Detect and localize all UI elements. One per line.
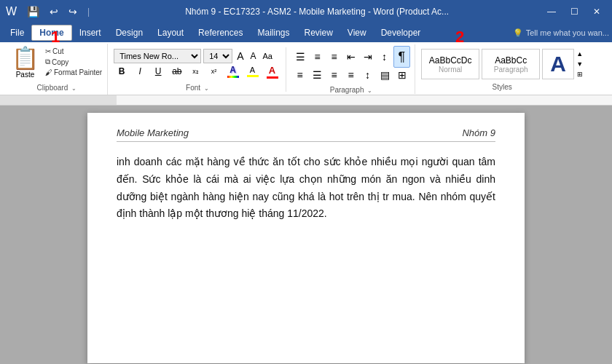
document-area: Mobile Marketing Nhóm 9 inh doanh các mặ…	[0, 106, 612, 364]
tell-me-text: Tell me what you wan...	[526, 28, 609, 37]
cut-button[interactable]: ✂ Cut	[43, 47, 104, 56]
para-row-1: ☰ ≡ ≡ ⇤ ⇥ ↕ ¶	[292, 46, 411, 68]
heading-large-text: A	[550, 52, 566, 76]
borders-button[interactable]: ⊞	[394, 68, 410, 82]
font-size-select[interactable]: 14	[203, 49, 232, 63]
menu-layout[interactable]: Layout	[150, 25, 191, 40]
paragraph-expand-icon[interactable]: ⌄	[367, 87, 372, 94]
styles-scroll-up[interactable]: ▲	[576, 50, 583, 58]
window-title: Nhóm 9 - EC17323 - ASM2 - Mobile Marketi…	[93, 7, 541, 17]
heading-large-style-button[interactable]: A	[542, 49, 574, 79]
menu-view[interactable]: View	[340, 25, 374, 40]
menu-review[interactable]: Review	[297, 25, 340, 40]
menu-file[interactable]: File	[3, 25, 31, 40]
header-left: Mobile Marketing	[117, 127, 189, 138]
cut-label: Cut	[52, 47, 64, 55]
document-body[interactable]: inh doanh các mặt hàng về thức ăn tốt ch…	[117, 154, 495, 223]
normal-style-button[interactable]: AaBbCcDc Normal	[421, 49, 479, 79]
menu-developer[interactable]: Developer	[374, 25, 428, 40]
ribbon: 📋 Paste ✂ Cut ⧉ Copy 🖌	[0, 42, 612, 95]
decrease-indent-button[interactable]: ⇤	[343, 50, 359, 64]
paste-icon: 📋	[12, 45, 39, 71]
scissors-icon: ✂	[45, 47, 51, 55]
ruler-left-margin	[0, 95, 117, 105]
strikethrough-button[interactable]: ab	[168, 65, 185, 78]
align-center-button[interactable]: ☰	[309, 68, 326, 82]
copy-button[interactable]: ⧉ Copy	[43, 57, 104, 67]
minimize-button[interactable]: —	[541, 5, 562, 18]
close-button[interactable]: ✕	[587, 5, 606, 18]
numbering-button[interactable]: ≡	[310, 50, 326, 64]
no-spacing-label: Paragraph	[494, 66, 528, 74]
copy-label: Copy	[52, 58, 68, 66]
font-row-1: Times New Ro... 14 A A Aa	[114, 49, 280, 63]
ribbon-row: 📋 Paste ✂ Cut ⧉ Copy 🖌	[0, 44, 612, 95]
increase-indent-button[interactable]: ⇥	[360, 50, 376, 64]
clipboard-label: Clipboard ⌄	[9, 80, 104, 93]
font-expand-icon[interactable]: ⌄	[204, 85, 209, 92]
change-case-button[interactable]: Aa	[261, 49, 275, 63]
redo-button[interactable]: ↪	[66, 4, 80, 19]
normal-style-text: AaBbCcDc	[429, 55, 472, 66]
title-bar: W 💾 ↩ ↪ | Nhóm 9 - EC17323 - ASM2 - Mobi…	[0, 0, 612, 23]
clipboard-expand-icon[interactable]: ⌄	[71, 85, 76, 92]
paste-button[interactable]: 📋 Paste	[9, 44, 42, 80]
underline-button[interactable]: U	[150, 65, 166, 78]
italic-button[interactable]: I	[132, 65, 148, 78]
save-button[interactable]: 💾	[24, 4, 42, 19]
subscript-button[interactable]: x₂	[188, 66, 204, 76]
show-hide-button[interactable]: ¶	[393, 46, 411, 68]
paragraph-group-label-row: Paragraph ⌄	[292, 82, 411, 92]
document-header: Mobile Marketing Nhóm 9	[117, 127, 495, 142]
styles-group-label: Styles	[493, 83, 512, 91]
highlight-bar	[247, 75, 259, 77]
text-effects-button[interactable]: A	[224, 63, 242, 79]
styles-scroll-down[interactable]: ▼	[576, 60, 583, 68]
justify-button[interactable]: ≡	[343, 68, 359, 82]
paragraph-group-label: Paragraph	[330, 86, 364, 94]
sort-button[interactable]: ↕	[377, 50, 393, 64]
tell-me-bar[interactable]: 💡 Tell me what you wan...	[513, 28, 609, 38]
align-right-button[interactable]: ≡	[326, 68, 342, 82]
bold-button[interactable]: B	[114, 65, 130, 78]
styles-more-button[interactable]: ⊞	[576, 71, 583, 78]
text-effects-label: A	[230, 65, 236, 75]
copy-icon: ⧉	[45, 58, 50, 66]
shading-button[interactable]: ▤	[377, 68, 393, 82]
separator: |	[87, 7, 90, 17]
styles-content: AaBbCcDc Normal AaBbCc Paragraph A ▲ ▼ ⊞	[421, 49, 583, 79]
line-spacing-button[interactable]: ↕	[360, 68, 376, 82]
painter-icon: 🖌	[45, 68, 52, 76]
menu-home[interactable]: Home	[31, 25, 71, 41]
font-color-label: A	[269, 65, 275, 76]
font-color-button[interactable]: A	[264, 63, 281, 80]
multilevel-button[interactable]: ≡	[326, 50, 342, 64]
grow-font-button[interactable]: A	[235, 49, 246, 63]
align-left-button[interactable]: ≡	[292, 68, 308, 82]
styles-group-label-row: Styles	[421, 79, 583, 90]
font-group: Times New Ro... 14 A A Aa B I U ab x₂ x²	[109, 47, 286, 92]
paragraph-group: ☰ ≡ ≡ ⇤ ⇥ ↕ ¶ ≡ ☰ ≡ ≡ ↕ ▤ ⊞	[288, 44, 416, 94]
menu-mailings[interactable]: Mailings	[250, 25, 297, 40]
menu-insert[interactable]: Insert	[72, 25, 109, 40]
title-bar-left: W 💾 ↩ ↪ |	[6, 4, 93, 19]
font-row-2: B I U ab x₂ x² A A A	[114, 63, 280, 80]
header-right: Nhóm 9	[462, 127, 495, 138]
undo-button[interactable]: ↩	[47, 4, 61, 19]
para-row-2: ≡ ☰ ≡ ≡ ↕ ▤ ⊞	[292, 68, 411, 82]
format-painter-button[interactable]: 🖌 Format Painter	[43, 68, 104, 77]
bullets-button[interactable]: ☰	[292, 50, 309, 64]
maximize-button[interactable]: ☐	[565, 5, 584, 18]
font-name-select[interactable]: Times New Ro...	[114, 49, 201, 63]
format-painter-label: Format Painter	[54, 68, 102, 76]
shrink-font-button[interactable]: A	[248, 49, 258, 63]
document-page: Mobile Marketing Nhóm 9 inh doanh các mặ…	[87, 113, 525, 363]
clipboard-group: 📋 Paste ✂ Cut ⧉ Copy 🖌	[6, 44, 108, 95]
no-spacing-style-button[interactable]: AaBbCc Paragraph	[482, 49, 540, 79]
styles-scroll-buttons: ▲ ▼ ⊞	[576, 49, 583, 79]
menu-design[interactable]: Design	[109, 25, 150, 40]
highlight-color-button[interactable]: A	[244, 64, 262, 79]
text-effects-bar	[227, 76, 239, 78]
menu-references[interactable]: References	[191, 25, 250, 40]
superscript-button[interactable]: x²	[206, 66, 222, 76]
